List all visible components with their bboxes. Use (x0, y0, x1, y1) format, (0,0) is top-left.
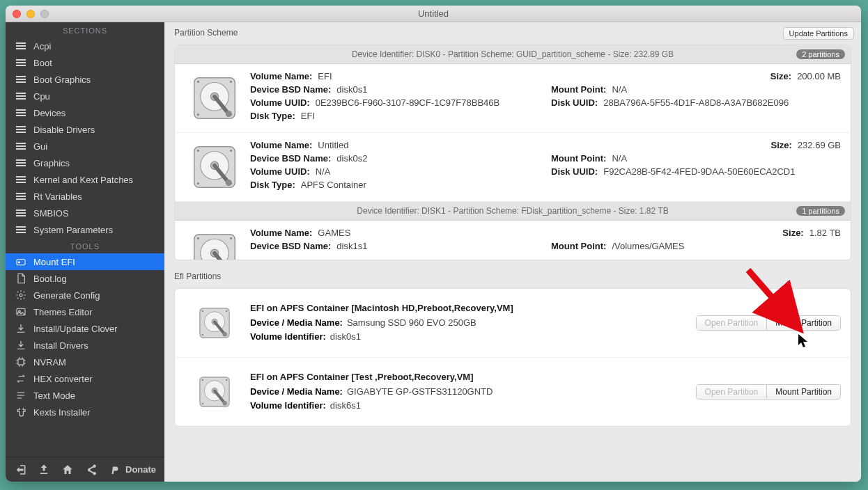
sidebar-item-label: Themes Editor (33, 307, 93, 317)
partition-size: Size:232.69 GB (551, 140, 841, 150)
partition-bsd_name: Device BSD Name:disk0s2 (250, 153, 543, 164)
donate-button[interactable]: Donate (109, 464, 156, 476)
sidebar-item-label: Boot.log (33, 274, 67, 284)
sidebar-item-label: Generate Config (33, 290, 100, 301)
list-icon (15, 57, 26, 68)
sidebar-item-label: Cpu (33, 91, 50, 102)
sidebar-item-disable-drivers[interactable]: Disable Drivers (6, 121, 164, 138)
sidebar-item-mount-efi[interactable]: Mount EFI (6, 253, 164, 270)
sidebar-item-themes-editor[interactable]: Themes Editor (6, 303, 164, 320)
sidebar-item-label: HEX converter (33, 374, 93, 384)
sidebar-item-label: Install/Update Clover (33, 324, 118, 334)
hdd-icon (187, 71, 242, 125)
efi-partition-row: EFI on APFS Container [Macintosh HD,Preb… (175, 289, 851, 358)
tools-header: TOOLS (6, 238, 164, 253)
list-icon (15, 191, 26, 202)
sidebar-item-boot-log[interactable]: Boot.log (6, 270, 164, 287)
sidebar-item-nvram[interactable]: NVRAM (6, 354, 164, 370)
sidebar: SECTIONS AcpiBootBoot GraphicsCpuDevices… (6, 22, 164, 482)
sidebar-item-hex-converter[interactable]: HEX converter (6, 370, 164, 387)
sidebar-item-graphics[interactable]: Graphics (6, 155, 164, 171)
swap-icon (15, 373, 26, 384)
share-icon[interactable] (85, 464, 98, 476)
sidebar-item-label: NVRAM (33, 357, 66, 368)
sidebar-item-install-update-clover[interactable]: Install/Update Clover (6, 320, 164, 337)
sidebar-item-smbios[interactable]: SMBIOS (6, 205, 164, 221)
partition-disk_uuid: Disk UUID:F92CA28B-5F42-4FED-9DAA-50E60E… (551, 166, 841, 177)
list-icon (15, 74, 26, 85)
svg-point-1 (18, 262, 20, 263)
sidebar-item-system-parameters[interactable]: System Parameters (6, 221, 164, 238)
sidebar-item-label: Install Drivers (33, 340, 88, 351)
list-icon (15, 124, 26, 135)
app-window: Untitled SECTIONS AcpiBootBoot GraphicsC… (6, 6, 861, 482)
home-icon[interactable] (61, 464, 74, 476)
sidebar-item-label: Text Mode (33, 390, 75, 401)
donate-label: Donate (125, 464, 156, 475)
efi-media-name: Samsung SSD 960 EVO 250GB (347, 317, 476, 328)
sidebar-item-label: Disable Drivers (33, 125, 95, 135)
sidebar-item-text-mode[interactable]: Text Mode (6, 387, 164, 404)
sidebar-item-cpu[interactable]: Cpu (6, 88, 164, 104)
sidebar-item-kexts-installer[interactable]: Kexts Installer (6, 404, 164, 420)
sidebar-item-devices[interactable]: Devices (6, 104, 164, 121)
list-icon (15, 207, 26, 219)
sidebar-item-boot-graphics[interactable]: Boot Graphics (6, 71, 164, 88)
hdd-icon (187, 296, 242, 350)
sidebar-item-label: Graphics (33, 158, 70, 168)
partition-size: Size:200.00 MB (551, 71, 841, 81)
sidebar-item-install-drivers[interactable]: Install Drivers (6, 337, 164, 354)
list-icon (15, 40, 26, 52)
sidebar-item-boot[interactable]: Boot (6, 54, 164, 71)
sidebar-item-label: System Parameters (33, 225, 113, 235)
sidebar-item-label: Devices (33, 108, 65, 118)
efi-partitions-header: Efi Partitions (164, 266, 861, 284)
list-icon (15, 90, 26, 102)
open-partition-button[interactable]: Open Partition (697, 316, 768, 330)
image-icon (15, 306, 26, 317)
gear-icon (15, 290, 26, 301)
disk-header: Device Identifier: DISK0 - Partition Sch… (175, 45, 851, 64)
mount-partition-button[interactable]: Mount Partition (767, 385, 840, 399)
update-partitions-button[interactable]: Update Partitions (783, 27, 854, 40)
svg-point-2 (20, 294, 22, 297)
efi-media-name: GIGABYTE GP-GSTFS31120GNTD (347, 386, 493, 397)
drive-icon (15, 256, 26, 267)
main-panel: Update Partitions Partition Scheme Devic… (164, 22, 861, 482)
efi-title: EFI on APFS Container [Macintosh HD,Preb… (250, 301, 696, 316)
sidebar-item-acpi[interactable]: Acpi (6, 38, 164, 54)
sidebar-item-gui[interactable]: Gui (6, 138, 164, 155)
efi-partitions-panel: EFI on APFS Container [Macintosh HD,Preb… (174, 288, 851, 427)
sidebar-item-generate-config[interactable]: Generate Config (6, 287, 164, 303)
partition-bsd_name: Device BSD Name:disk1s1 (250, 241, 543, 251)
disk-header-text: Device Identifier: DISK0 - Partition Sch… (352, 49, 674, 59)
sidebar-item-label: Gui (33, 141, 47, 152)
sidebar-item-label: Boot Graphics (33, 74, 91, 85)
partition-disk_type: Disk Type:APFS Container (250, 180, 543, 190)
sidebar-item-label: SMBIOS (33, 208, 69, 219)
sidebar-item-kernel-and-kext-patches[interactable]: Kernel and Kext Patches (6, 171, 164, 188)
efi-partition-row: EFI on APFS Container [Test ,Preboot,Rec… (175, 358, 851, 426)
sidebar-item-label: Kexts Installer (33, 407, 91, 418)
partition-disk_uuid: Disk UUID:28BA796A-5F55-4D1F-A8D8-A3A7B6… (551, 97, 841, 108)
partition-volume_name: Volume Name:GAMES (250, 228, 543, 238)
efi-button-group: Open Partition Mount Partition (696, 315, 841, 331)
mount-partition-button[interactable]: Mount Partition (767, 316, 840, 330)
sidebar-item-label: Rt Variables (33, 191, 82, 202)
partition-row: Volume Name:EFISize:200.00 MBDevice BSD … (175, 64, 851, 133)
list-icon (15, 141, 26, 152)
partition-row: Volume Name:GAMESSize:1.82 TBDevice BSD … (175, 221, 851, 260)
sidebar-item-label: Boot (33, 58, 52, 68)
efi-volume-id: disk0s1 (330, 331, 361, 342)
partition-mount_point: Mount Point:/Volumes/GAMES (551, 241, 841, 251)
sidebar-item-rt-variables[interactable]: Rt Variables (6, 188, 164, 205)
open-partition-button[interactable]: Open Partition (697, 385, 768, 399)
import-icon[interactable] (38, 464, 50, 476)
partition-volume_name: Volume Name:Untitled (250, 140, 543, 150)
partition-scheme-panel: Device Identifier: DISK0 - Partition Sch… (174, 45, 851, 260)
partition-row: Volume Name:UntitledSize:232.69 GBDevice… (175, 133, 851, 202)
efi-button-group: Open Partition Mount Partition (696, 384, 841, 400)
logout-icon[interactable] (14, 464, 26, 476)
efi-volume-id: disk6s1 (330, 400, 361, 411)
hdd-icon (187, 228, 242, 260)
